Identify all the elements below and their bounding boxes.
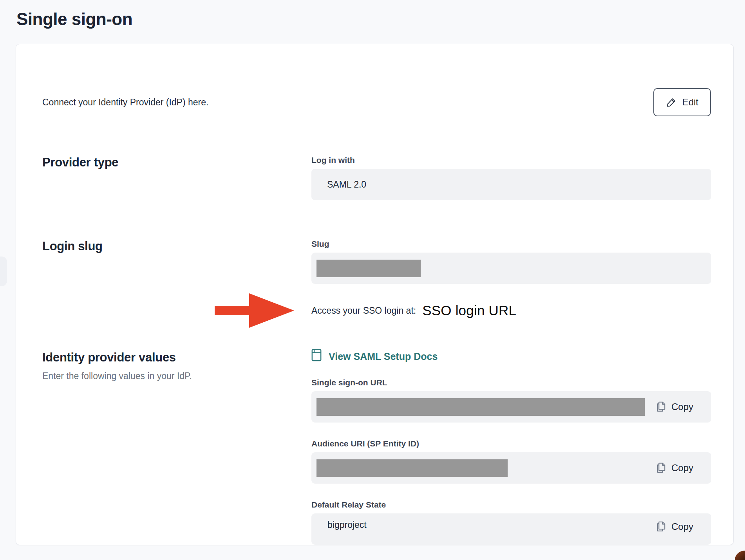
copy-icon (656, 461, 666, 475)
edit-button[interactable]: Edit (653, 88, 711, 116)
copy-sso-url-button[interactable]: Copy (656, 400, 693, 414)
audience-uri-group: Audience URI (SP Entity ID) Copy (311, 439, 711, 484)
copy-relay-state-button[interactable]: Copy (656, 520, 693, 534)
audience-uri-label: Audience URI (SP Entity ID) (311, 439, 711, 448)
page-title: Single sign-on (0, 0, 745, 29)
relay-state-label: Default Relay State (311, 500, 711, 509)
docs-icon (311, 349, 322, 364)
copy-icon (656, 400, 666, 414)
provider-type-value: SAML 2.0 (327, 179, 366, 190)
sso-url-group: Single sign-on URL Copy (311, 378, 711, 423)
drawer-handle[interactable] (0, 257, 7, 286)
sso-url-redacted-value (316, 398, 645, 416)
copy-audience-uri-button[interactable]: Copy (656, 461, 693, 475)
login-slug-heading: Login slug (42, 239, 311, 253)
access-login-text: Access your SSO login at: (311, 305, 416, 316)
edit-button-label: Edit (682, 97, 698, 108)
idp-values-section: Identity provider values Enter the follo… (42, 350, 711, 545)
provider-type-field: SAML 2.0 (311, 169, 711, 200)
idp-values-subheading: Enter the following values in your IdP. (42, 371, 311, 381)
sso-url-label: Single sign-on URL (311, 378, 711, 387)
corner-overlay-fragment (735, 551, 745, 560)
audience-uri-field: Copy (311, 452, 711, 484)
provider-type-section: Provider type Log in with SAML 2.0 (42, 155, 711, 200)
relay-state-value: bigproject (316, 520, 367, 530)
sso-settings-card: Connect your Identity Provider (IdP) her… (16, 44, 734, 545)
slug-redacted-value (316, 260, 421, 277)
audience-uri-redacted-value (316, 459, 508, 477)
copy-button-label: Copy (671, 401, 693, 412)
slug-field (311, 253, 711, 284)
sso-login-url-value: SSO login URL (422, 303, 516, 318)
red-arrow-icon (215, 293, 294, 330)
copy-icon (656, 520, 666, 534)
saml-docs-link-label: View SAML Setup Docs (329, 351, 438, 362)
pencil-icon (666, 97, 677, 108)
relay-state-field: bigproject Copy (311, 513, 711, 545)
idp-values-heading: Identity provider values (42, 350, 311, 365)
access-login-line: Access your SSO login at: SSO login URL (311, 298, 711, 323)
sso-url-field: Copy (311, 391, 711, 423)
intro-row: Connect your Identity Provider (IdP) her… (42, 88, 711, 116)
copy-button-label: Copy (671, 521, 693, 532)
relay-state-group: Default Relay State bigproject Copy (311, 500, 711, 545)
copy-button-label: Copy (671, 462, 693, 473)
slug-label: Slug (311, 239, 711, 249)
provider-type-heading: Provider type (42, 155, 311, 170)
saml-docs-link[interactable]: View SAML Setup Docs (311, 349, 438, 364)
login-slug-section: Login slug Slug Access your SSO login at… (42, 239, 711, 323)
intro-text: Connect your Identity Provider (IdP) her… (42, 97, 208, 108)
login-with-label: Log in with (311, 155, 711, 165)
